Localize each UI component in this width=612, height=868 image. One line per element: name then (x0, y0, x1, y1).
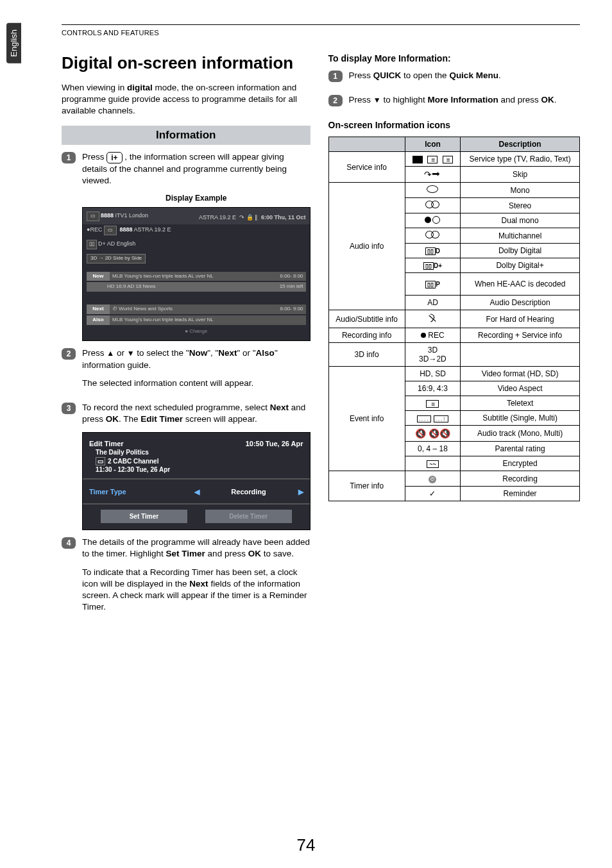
step-4-text-2: To indicate that a Recording Timer has b… (82, 567, 310, 613)
video-aspect-icon: 16:9, 4:3 (405, 381, 461, 396)
he-aac-icon: ▯▯P (405, 273, 461, 296)
dolby-digital-plus-icon: ▯▯D+ (405, 258, 461, 273)
subtitle-icon: .... ...⁝ (405, 411, 461, 426)
step-3-text: To record the next scheduled programme, … (82, 402, 310, 425)
step-2-text-2: The selected information content will ap… (82, 378, 310, 389)
mono-icon (405, 183, 461, 198)
info-plus-button-icon: i+ (106, 152, 122, 163)
icons-table: IconDescription Service info Service typ… (328, 137, 580, 501)
right-step-1-badge: 1 (328, 71, 343, 82)
multichannel-icon (405, 228, 461, 244)
down-arrow-icon: ▼ (127, 348, 135, 358)
step-2-badge: 2 (62, 348, 76, 360)
audio-description-icon: AD (405, 296, 461, 310)
encrypted-icon: ~~ (405, 456, 461, 471)
service-type-icon (405, 152, 461, 167)
intro-text: When viewing in digital mode, the on-scr… (62, 82, 310, 117)
language-tab: English (6, 23, 21, 63)
edit-timer-screenshot: Edit Timer10:50 Tue, 26 Apr The Daily Po… (82, 432, 310, 531)
down-arrow-icon: ▼ (373, 95, 381, 105)
stereo-icon (405, 198, 461, 213)
icons-section-title: On-screen Information icons (328, 120, 580, 130)
teletext-icon (405, 396, 461, 411)
step-4-badge: 4 (62, 537, 76, 549)
step-1-badge: 1 (62, 152, 76, 163)
right-step-1-text: Press QUICK to open the Quick Menu. (349, 70, 580, 81)
page-number: 74 (0, 835, 612, 855)
recording-info-icon: REC (405, 328, 461, 343)
dolby-digital-icon: ▯▯D (405, 244, 461, 258)
subsection-information: Information (62, 126, 310, 145)
delete-timer-button: Delete Timer (205, 510, 292, 524)
hard-of-hearing-icon (405, 310, 461, 328)
reminder-timer-icon: ✓ (405, 487, 461, 501)
page-title: Digital on-screen information (62, 53, 310, 73)
step-1-text: Press i+ , the information screen will a… (82, 151, 310, 187)
display-example-screenshot: ▭8888 ITV1 London ASTRA 19.2 E ↷ 🔒 ‖ 6:0… (82, 207, 310, 341)
header-rule (62, 24, 580, 25)
audio-track-icon: 🔇 🔇🔇 (405, 426, 461, 442)
step-3-badge: 3 (62, 403, 76, 414)
skip-icon: ↷⮕ (405, 167, 461, 183)
recording-timer-icon: ⏱ (405, 471, 461, 487)
step-4-text: The details of the programme will alread… (82, 537, 310, 560)
section-header: CONTROLS AND FEATURES (62, 29, 580, 37)
more-info-title: To display More Information: (328, 53, 580, 63)
right-step-2-badge: 2 (328, 95, 343, 106)
set-timer-button: Set Timer (101, 510, 187, 524)
up-arrow-icon: ▲ (106, 348, 114, 358)
parental-rating-icon: 0, 4 – 18 (405, 442, 461, 456)
step-2-text: Press ▲ or ▼ to select the "Now", "Next"… (82, 347, 310, 371)
display-example-caption: Display Example (82, 193, 310, 203)
right-step-2-text: Press ▼ to highlight More Information an… (349, 94, 580, 106)
video-format-icon: HD, SD (405, 367, 461, 381)
3d-info-icon: 3D3D→2D (405, 343, 461, 367)
